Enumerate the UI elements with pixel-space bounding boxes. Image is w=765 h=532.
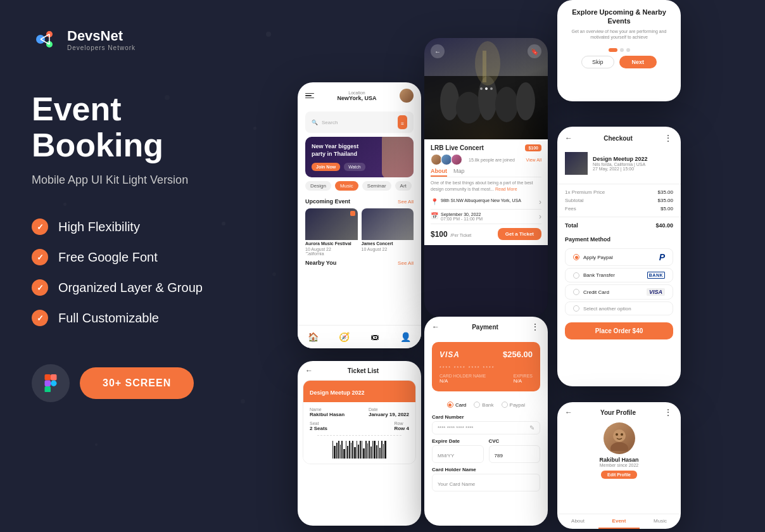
cat-design[interactable]: Design	[305, 181, 331, 191]
premium-price-label: 1x Premium Price	[565, 189, 605, 195]
nav-ticket-icon[interactable]: 🎟	[369, 331, 381, 343]
progress-dots	[567, 44, 671, 56]
card-number-input[interactable]: **** **** **** **** ✎	[432, 421, 540, 434]
name-value: Rakibul Hasan	[310, 412, 345, 417]
event-thumb-2: James Concert 10 August 22	[362, 208, 414, 256]
credit-radio-btn[interactable]	[573, 289, 579, 295]
paypal-option[interactable]: Paypal	[502, 402, 525, 408]
cvc-input[interactable]: 789	[489, 445, 541, 463]
bank-transfer-method[interactable]: Bank Transfer BANK	[565, 268, 673, 282]
bookmark-button[interactable]: 🔖	[528, 44, 541, 58]
check-icon-1	[32, 218, 48, 235]
nav-profile-icon[interactable]: 👤	[400, 331, 412, 343]
calendar-icon: 📅	[431, 212, 438, 219]
bank-option[interactable]: Bank	[474, 402, 493, 408]
nav-compass-icon[interactable]: 🧭	[338, 331, 350, 343]
phone4-back-icon[interactable]: ←	[432, 322, 439, 331]
profile-tab-music[interactable]: Music	[640, 514, 681, 529]
avatar-svg	[607, 426, 632, 451]
bank-radio-btn[interactable]	[573, 272, 579, 279]
chevron-right-1: ›	[539, 198, 541, 206]
filter-icon[interactable]: ≡	[398, 115, 407, 129]
feature-item-4: Full Customizable	[32, 310, 260, 326]
next-button[interactable]: Next	[619, 56, 657, 68]
paypal-radio[interactable]	[502, 402, 508, 408]
ticket-price-block: $100 /Per Ticket	[431, 228, 471, 239]
nav-home-icon[interactable]: 🏠	[307, 331, 319, 343]
see-all-nearby[interactable]: See All	[398, 260, 414, 266]
page-title: Event Booking	[32, 91, 260, 163]
edit-profile-button[interactable]: Edit Profile	[601, 471, 637, 479]
bank-radio[interactable]	[474, 402, 480, 408]
address-content: 📍 98th St.NW Albuquerque New York, USA	[431, 198, 521, 205]
phone3-back-icon[interactable]: ←	[305, 366, 313, 375]
card-number-input-value: **** **** **** ****	[438, 425, 473, 431]
paypal-radio-btn[interactable]	[573, 254, 579, 260]
paypal-method[interactable]: Apply Paypal P	[565, 248, 673, 266]
profile-tab-about[interactable]: About	[557, 514, 598, 529]
get-ticket-button[interactable]: Get a Ticket	[498, 228, 541, 240]
phone3-title: Ticket List	[348, 367, 379, 374]
onboarding-title: Explore Upcoming & Nearby Events	[567, 8, 671, 26]
svg-rect-7	[51, 374, 57, 381]
people-avatars: 15.8k people are joined	[431, 154, 515, 165]
phone7-back-icon[interactable]: ←	[565, 408, 572, 417]
date-value: January 19, 2022	[369, 412, 409, 417]
map-tab[interactable]: Map	[453, 168, 465, 177]
skip-button[interactable]: Skip	[581, 56, 614, 68]
paypal-row-content: Apply Paypal	[573, 254, 613, 260]
credit-label: Credit Card	[583, 289, 609, 295]
cat-music[interactable]: Music	[335, 181, 358, 191]
holder-name-input[interactable]: Your Card Name	[432, 474, 540, 491]
card-radio[interactable]	[447, 402, 453, 408]
checkout-item-info: Design Meetup 2022 Nils forda, Californi…	[593, 156, 648, 171]
events-grid: Aurora Music Festival 10 August 22 Calif…	[298, 208, 421, 256]
bank-icon: BANK	[647, 272, 665, 279]
card-option[interactable]: Card	[447, 402, 466, 408]
back-button[interactable]: ←	[431, 44, 445, 58]
profile-avatar	[604, 422, 635, 454]
upcoming-header: Upcoming Event See All	[298, 194, 421, 208]
about-tab[interactable]: About	[431, 168, 447, 177]
phone7-more-icon[interactable]: ⋮	[664, 407, 673, 417]
event2-date: 10 August 22	[362, 247, 414, 251]
event2-name: James Concert	[362, 240, 414, 247]
bank-label: Bank Transfer	[583, 272, 615, 278]
credit-card-method[interactable]: Credit Card VISA	[565, 284, 673, 300]
search-bar[interactable]: 🔍 Search ≡	[305, 111, 414, 133]
join-now-button[interactable]: Join Now	[312, 163, 340, 171]
paypal-option-label: Paypal	[510, 402, 525, 408]
expire-date-label: Expire Date	[432, 438, 484, 444]
ticket-row-1: Name Rakibul Hasan Date January 19, 2022	[310, 407, 409, 417]
date-label: Date	[369, 407, 409, 412]
category-tabs: Design Music Seminar Art	[305, 181, 414, 191]
ticket-header: Design Meetup 2022	[303, 381, 415, 402]
cat-art[interactable]: Art	[395, 181, 412, 191]
feature-label-3: Organized Layer & Group	[58, 281, 203, 295]
view-all[interactable]: View All	[526, 158, 541, 162]
expire-date-input[interactable]: MM/YY	[432, 445, 484, 463]
nearby-header: Nearby You See All	[298, 256, 421, 270]
event-thumb-img-2	[362, 208, 414, 240]
profile-tab-event[interactable]: Event	[598, 514, 640, 529]
screens-button[interactable]: 30+ SCREEN	[80, 367, 194, 399]
phone6-more-icon[interactable]: ⋮	[664, 133, 673, 143]
other-radio-btn[interactable]	[573, 305, 579, 312]
phone-onboarding: Explore Upcoming & Nearby Events Get an …	[557, 0, 681, 101]
phone6-back-icon[interactable]: ←	[565, 134, 572, 142]
other-method[interactable]: Select another option	[565, 301, 673, 315]
read-more[interactable]: Read More	[495, 187, 517, 191]
see-all-upcoming[interactable]: See All	[398, 199, 414, 205]
about-map-tabs: About Map	[431, 168, 541, 177]
cat-seminar[interactable]: Seminar	[362, 181, 391, 191]
figma-button[interactable]	[32, 364, 70, 402]
total-value: $40.00	[655, 222, 673, 229]
place-order-button[interactable]: Place Order $40	[565, 322, 673, 339]
row-label: Row	[394, 421, 409, 426]
ticket-row-2: Seat 2 Seats Row Row 4	[310, 421, 409, 431]
feature-item-3: Organized Layer & Group	[32, 279, 260, 296]
phone4-more-icon[interactable]: ⋮	[531, 322, 540, 332]
bank-row-content: Bank Transfer	[573, 272, 615, 279]
watch-button[interactable]: Watch	[344, 163, 365, 171]
event1-name: Aurora Music Festival	[305, 240, 358, 247]
